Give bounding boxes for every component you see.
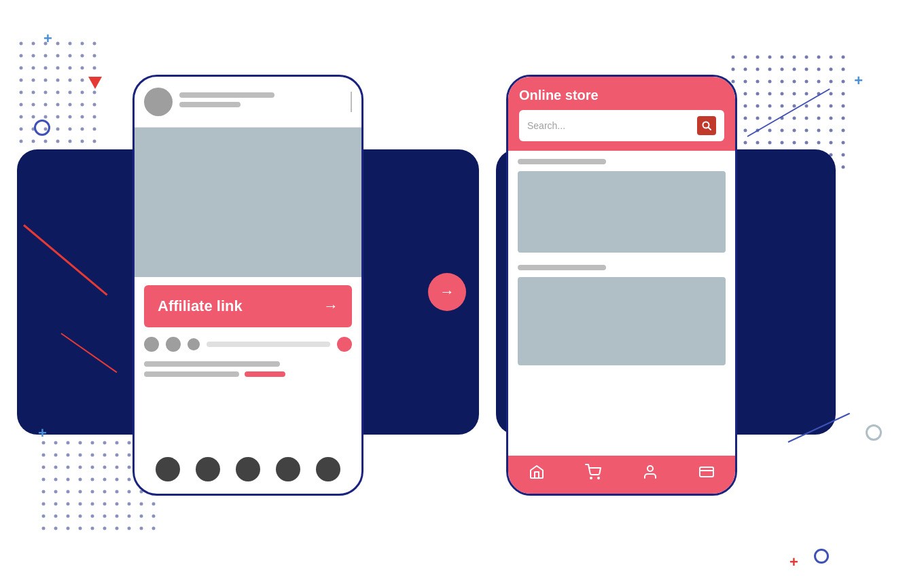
search-icon[interactable] bbox=[697, 116, 716, 135]
svg-point-74 bbox=[744, 68, 747, 71]
svg-point-61 bbox=[81, 140, 84, 143]
svg-point-76 bbox=[768, 68, 772, 71]
svg-point-55 bbox=[93, 128, 96, 131]
nav-heart[interactable] bbox=[276, 457, 300, 481]
svg-point-12 bbox=[81, 54, 84, 58]
svg-point-69 bbox=[805, 56, 808, 59]
dot-1 bbox=[144, 337, 159, 352]
svg-point-66 bbox=[768, 56, 772, 59]
svg-point-196 bbox=[79, 466, 82, 469]
svg-point-45 bbox=[56, 115, 60, 119]
dot-active bbox=[337, 337, 352, 352]
svg-point-176 bbox=[79, 441, 82, 445]
svg-point-234 bbox=[54, 515, 58, 518]
svg-point-188 bbox=[103, 454, 107, 457]
affiliate-link-button[interactable]: Affiliate link → bbox=[144, 285, 352, 327]
svg-point-26 bbox=[81, 79, 84, 82]
svg-point-185 bbox=[67, 454, 70, 457]
svg-point-52 bbox=[56, 128, 60, 131]
svg-point-101 bbox=[830, 92, 833, 96]
nav-user-icon[interactable] bbox=[642, 464, 658, 484]
svg-point-132 bbox=[842, 129, 845, 132]
svg-point-120 bbox=[817, 117, 821, 120]
svg-point-25 bbox=[69, 79, 72, 82]
caption-highlight bbox=[245, 371, 285, 377]
svg-point-197 bbox=[91, 466, 94, 469]
nav-add[interactable] bbox=[236, 457, 260, 481]
svg-point-249 bbox=[116, 527, 119, 530]
svg-point-184 bbox=[54, 454, 58, 457]
post-image bbox=[135, 128, 361, 277]
svg-point-72 bbox=[842, 56, 845, 59]
svg-point-238 bbox=[103, 515, 107, 518]
svg-point-85 bbox=[756, 80, 760, 84]
svg-point-216 bbox=[79, 490, 82, 494]
caption-line-2 bbox=[144, 371, 239, 377]
svg-point-119 bbox=[805, 117, 808, 120]
deco-triangle bbox=[88, 77, 102, 89]
svg-point-138 bbox=[793, 141, 796, 145]
svg-point-21 bbox=[20, 79, 23, 82]
svg-point-17 bbox=[56, 67, 60, 70]
svg-point-92 bbox=[842, 80, 845, 84]
svg-point-88 bbox=[793, 80, 796, 84]
nav-wallet-icon[interactable] bbox=[698, 464, 715, 484]
svg-point-33 bbox=[81, 91, 84, 94]
product-image-1 bbox=[518, 171, 726, 253]
svg-point-59 bbox=[56, 140, 60, 143]
svg-point-53 bbox=[69, 128, 72, 131]
svg-point-94 bbox=[744, 92, 747, 96]
svg-point-198 bbox=[103, 466, 107, 469]
svg-point-124 bbox=[744, 129, 747, 132]
nav-profile[interactable] bbox=[316, 457, 340, 481]
svg-point-162 bbox=[842, 166, 845, 169]
dot-2 bbox=[166, 337, 181, 352]
svg-point-77 bbox=[781, 68, 784, 71]
svg-point-195 bbox=[67, 466, 70, 469]
svg-point-126 bbox=[768, 129, 772, 132]
svg-point-84 bbox=[744, 80, 747, 84]
svg-point-180 bbox=[128, 441, 131, 445]
svg-point-81 bbox=[830, 68, 833, 71]
nav-cart-icon[interactable] bbox=[585, 464, 601, 484]
svg-point-97 bbox=[781, 92, 784, 96]
product-label-1 bbox=[518, 159, 606, 164]
svg-point-142 bbox=[842, 141, 845, 145]
svg-point-109 bbox=[805, 105, 808, 108]
svg-point-87 bbox=[781, 80, 784, 84]
svg-point-140 bbox=[817, 141, 821, 145]
product-section-1 bbox=[508, 151, 735, 257]
svg-point-227 bbox=[91, 503, 94, 506]
affiliate-arrow-icon: → bbox=[323, 297, 338, 315]
svg-point-36 bbox=[32, 103, 35, 107]
svg-point-13 bbox=[93, 54, 96, 58]
svg-point-89 bbox=[805, 80, 808, 84]
svg-point-186 bbox=[79, 454, 82, 457]
search-bar[interactable]: Search... bbox=[519, 110, 724, 141]
svg-point-0 bbox=[20, 42, 23, 45]
svg-point-193 bbox=[42, 466, 46, 469]
svg-point-22 bbox=[32, 79, 35, 82]
svg-point-63 bbox=[732, 56, 735, 59]
svg-point-44 bbox=[44, 115, 48, 119]
svg-point-62 bbox=[93, 140, 96, 143]
svg-point-82 bbox=[842, 68, 845, 71]
svg-point-14 bbox=[20, 67, 23, 70]
dot-grid-tl: // Generated inline bbox=[15, 37, 110, 166]
header-text-lines bbox=[179, 92, 344, 111]
dot-3 bbox=[188, 338, 200, 350]
svg-point-35 bbox=[20, 103, 23, 107]
phone-header-red: Online store Search... bbox=[508, 77, 735, 151]
caption-line-1 bbox=[144, 361, 280, 367]
svg-point-256 bbox=[598, 477, 599, 479]
nav-home[interactable] bbox=[156, 457, 180, 481]
nav-search[interactable] bbox=[196, 457, 220, 481]
svg-point-54 bbox=[81, 128, 84, 131]
svg-point-111 bbox=[830, 105, 833, 108]
svg-point-116 bbox=[768, 117, 772, 120]
nav-home-icon[interactable] bbox=[529, 464, 545, 484]
svg-point-8 bbox=[32, 54, 35, 58]
svg-point-129 bbox=[805, 129, 808, 132]
svg-point-42 bbox=[20, 115, 23, 119]
svg-point-115 bbox=[756, 117, 760, 120]
